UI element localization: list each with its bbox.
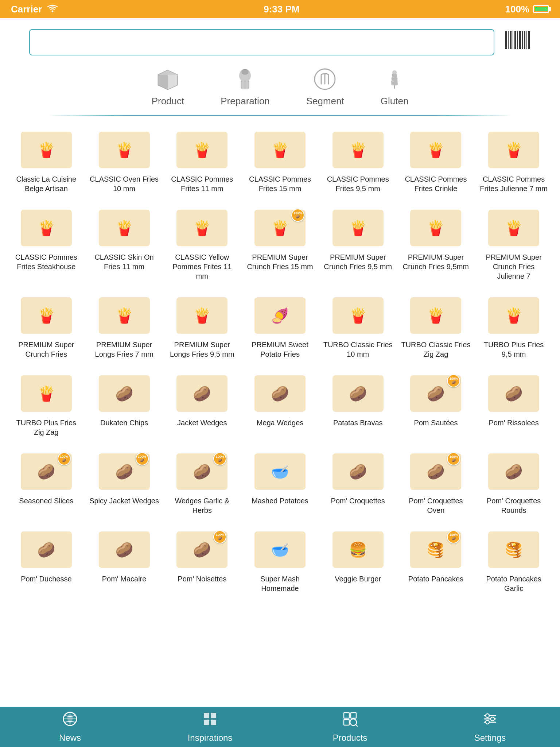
tab-settings-label: Settings	[474, 733, 506, 743]
product-img-placeholder: 🍟	[254, 132, 306, 168]
tab-inspirations[interactable]: Inspirations	[140, 711, 280, 743]
product-grid-wrapper: 🍟Classic La Cuisine Belge Artisan🍟CLASSI…	[0, 120, 560, 649]
product-name: PREMIUM Super Crunch Fries 9,5 mm	[323, 252, 393, 271]
product-image: 🍟	[408, 295, 463, 336]
product-cell[interactable]: 🍟CLASSIC Pommes Frites 9,5 mm	[319, 123, 397, 201]
product-image: 🥔100%🥔	[408, 452, 463, 492]
product-cell[interactable]: 🍟CLASSIC Pommes Frites 15 mm	[241, 123, 319, 201]
product-cell[interactable]: 🥔100%🥔Pom Sautées	[397, 367, 475, 445]
product-img-placeholder: 🥔	[332, 375, 384, 412]
product-img-placeholder: 🥔	[254, 375, 306, 412]
product-cell[interactable]: 🥣Super Mash Homemade	[241, 523, 319, 601]
product-img-placeholder: 🥔	[99, 375, 150, 412]
product-cell[interactable]: 🍟CLASSIC Skin On Fries 11 mm	[85, 201, 163, 289]
product-image: 🍟	[19, 208, 74, 248]
product-cell[interactable]: 🥞Potato Pancakes Garlic	[475, 523, 553, 601]
product-cell[interactable]: 🥔100%🥔Seasoned Slices	[7, 445, 85, 523]
product-cell[interactable]: 🥔Pom' Rissolees	[475, 367, 553, 445]
fork-icon	[312, 66, 338, 92]
product-img-placeholder: 🥔	[332, 453, 384, 490]
product-img-placeholder: 🥣	[254, 453, 306, 490]
barcode-icon[interactable]	[505, 31, 531, 54]
search-input[interactable]	[29, 29, 494, 55]
product-cell[interactable]: 🍟TURBO Classic Fries 10 mm	[319, 289, 397, 367]
product-cell[interactable]: 🥣Mashed Potatoes	[241, 445, 319, 523]
product-cell[interactable]: 🍟PREMIUM Super Crunch Fries 9,5 mm	[319, 201, 397, 289]
product-cell[interactable]: 🥔100%🥔Pom' Noisettes	[163, 523, 241, 601]
product-cell[interactable]: 🍟TURBO Classic Fries Zig Zag	[397, 289, 475, 367]
product-name: Mega Wedges	[257, 418, 304, 427]
product-img-placeholder: 🍟	[99, 132, 150, 168]
product-name: Pom' Croquettes Rounds	[478, 496, 549, 515]
product-cell[interactable]: 🥔100%🥔Spicy Jacket Wedges	[85, 445, 163, 523]
filter-segment[interactable]: Segment	[306, 66, 344, 107]
product-image: 🍟100%🥔	[253, 208, 307, 248]
svg-rect-38	[204, 713, 209, 718]
product-cell[interactable]: 🍟CLASSIC Pommes Frites 11 mm	[163, 123, 241, 201]
product-img-placeholder: 🥔	[488, 453, 539, 490]
product-image: 🥔100%🥔	[175, 452, 229, 492]
filter-preparation[interactable]: Preparation	[221, 66, 269, 107]
product-image: 🥣	[253, 452, 307, 492]
product-cell[interactable]: 🥔100%🥔Pom' Croquettes Oven	[397, 445, 475, 523]
svg-rect-40	[204, 720, 209, 725]
product-name: CLASSIC Pommes Frites Crinkle	[401, 174, 471, 193]
product-cell[interactable]: 🥔Mega Wedges	[241, 367, 319, 445]
product-cell[interactable]: 🥔Pom' Croquettes Rounds	[475, 445, 553, 523]
product-image: 🥔	[486, 374, 541, 414]
product-image: 🥣	[253, 530, 307, 570]
product-cell[interactable]: 🥔Dukaten Chips	[85, 367, 163, 445]
product-cell[interactable]: 🍟CLASSIC Pommes Frites Steakhouse	[7, 201, 85, 289]
svg-point-20	[241, 69, 249, 75]
product-cell[interactable]: 🥞100%🥔Potato Pancakes	[397, 523, 475, 601]
product-cell[interactable]: 🥔Pom' Duchesse	[7, 523, 85, 601]
product-cell[interactable]: 🥔Jacket Wedges	[163, 367, 241, 445]
product-cell[interactable]: 🍟TURBO Plus Fries Zig Zag	[7, 367, 85, 445]
product-name: Patatas Bravas	[333, 418, 383, 427]
product-name: Classic La Cuisine Belge Artisan	[11, 174, 82, 193]
product-cell[interactable]: 🍟Classic La Cuisine Belge Artisan	[7, 123, 85, 201]
product-cell[interactable]: 🍟PREMIUM Super Crunch Fries 9,5mm	[397, 201, 475, 289]
svg-line-46	[355, 724, 358, 727]
product-cell[interactable]: 🍟PREMIUM Super Longs Fries 7 mm	[85, 289, 163, 367]
product-image: 🍟	[97, 295, 152, 336]
svg-point-52	[486, 720, 489, 724]
product-cell[interactable]: 🥔Patatas Bravas	[319, 367, 397, 445]
product-cell[interactable]: 🍟PREMIUM Super Crunch Fries	[7, 289, 85, 367]
product-cell[interactable]: 🥔100%🥔Wedges Garlic & Herbs	[163, 445, 241, 523]
svg-rect-2	[508, 31, 509, 49]
filter-product[interactable]: Product	[152, 66, 184, 107]
svg-rect-8	[522, 31, 523, 49]
product-name: Wedges Garlic & Herbs	[167, 496, 237, 515]
filter-gluten[interactable]: Gluten	[381, 66, 409, 107]
product-cell[interactable]: 🍠PREMIUM Sweet Potato Fries	[241, 289, 319, 367]
filter-product-label: Product	[152, 96, 184, 107]
product-cell[interactable]: 🍟CLASSIC Pommes Frites Crinkle	[397, 123, 475, 201]
product-name: PREMIUM Super Longs Fries 7 mm	[89, 340, 160, 359]
product-image: 🥔	[97, 374, 152, 414]
product-cell[interactable]: 🥔Pom' Macaire	[85, 523, 163, 601]
product-cell[interactable]: 🍟PREMIUM Super Longs Fries 9,5 mm	[163, 289, 241, 367]
product-grid: 🍟Classic La Cuisine Belge Artisan🍟CLASSI…	[0, 120, 560, 605]
tab-settings[interactable]: Settings	[420, 711, 560, 743]
product-img-placeholder: 🥔	[488, 375, 539, 412]
product-cell[interactable]: 🍔Veggie Burger	[319, 523, 397, 601]
product-cell[interactable]: 🍟TURBO Plus Fries 9,5 mm	[475, 289, 553, 367]
product-cell[interactable]: 🥔Pom' Croquettes	[319, 445, 397, 523]
product-cell[interactable]: 🍟PREMIUM Super Crunch Fries Julienne 7	[475, 201, 553, 289]
product-cell[interactable]: 🍟CLASSIC Yellow Pommes Frites 11 mm	[163, 201, 241, 289]
tab-news[interactable]: News	[0, 711, 140, 743]
product-cell[interactable]: 🍟CLASSIC Pommes Frites Julienne 7 mm	[475, 123, 553, 201]
product-cell[interactable]: 🍟100%🥔PREMIUM Super Crunch Fries 15 mm	[241, 201, 319, 289]
product-image: 🍟	[331, 130, 385, 170]
product-image: 🍟	[97, 208, 152, 248]
svg-point-48	[486, 714, 489, 717]
tab-products[interactable]: Products	[280, 711, 420, 743]
product-name: Pom Sautées	[414, 418, 458, 427]
filter-segment-label: Segment	[306, 96, 344, 107]
product-image: 🍟	[486, 130, 541, 170]
product-name: PREMIUM Super Crunch Fries Julienne 7	[478, 252, 549, 281]
svg-rect-39	[211, 713, 216, 718]
product-cell[interactable]: 🍟CLASSIC Oven Fries 10 mm	[85, 123, 163, 201]
time-display: 9:33 PM	[264, 4, 299, 15]
